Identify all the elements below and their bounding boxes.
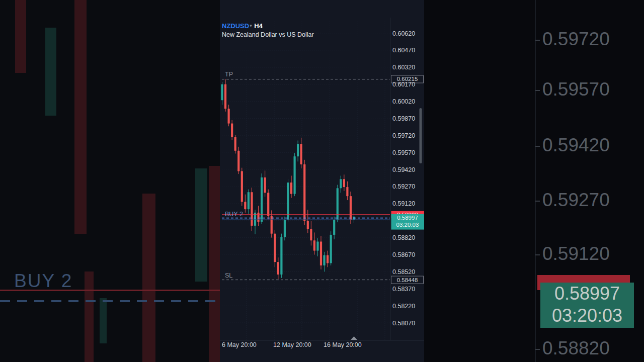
candle [251,192,253,226]
candle [257,213,259,222]
price-tick: 0.60020 [392,98,415,105]
candle [241,171,243,202]
candle [237,151,239,171]
price-tick: 0.60470 [392,47,415,54]
price-tick: 0.59870 [392,115,415,122]
candle [290,183,292,194]
current-price-badge: 0.5899703:20:03 [391,214,425,230]
candle [234,137,236,151]
candle [248,192,250,209]
candle [303,164,305,221]
candle [267,193,269,216]
candle [346,187,348,196]
price-tick: 0.58520 [392,268,415,276]
price-tick: 0.58220 [392,303,415,310]
candle [244,202,246,209]
candle [274,234,276,262]
price-tick: 0.59120 [392,200,415,207]
candle [323,255,325,265]
candle [320,241,322,265]
timeframe-label[interactable]: H4 [254,22,263,30]
candle [297,144,299,156]
candle [231,124,233,137]
candle [221,84,223,101]
candle [261,177,263,222]
price-tick: 0.60170 [392,81,415,88]
screen: BUY 2 0.597200.595700.594200.592700.5912… [0,0,644,362]
price-tick: 0.58370 [392,286,415,293]
price-tick: 0.58070 [392,320,415,327]
svg-text:TP: TP [225,71,233,78]
candle [343,179,345,187]
time-tick: 16 May 20:00 [324,341,362,348]
candle [307,221,309,229]
time-tick: 12 May 20:00 [273,341,311,348]
candle [330,235,332,263]
symbol-dropdown-icon[interactable]: ▾ [249,23,253,28]
candle [284,220,286,237]
symbol-name[interactable]: NZDUSD [222,22,249,30]
price-tick: 0.59570 [392,149,415,156]
price-tick: 0.60620 [392,30,415,37]
candle [280,237,282,275]
candle [264,177,266,193]
candle [224,84,226,109]
svg-text:SL: SL [225,272,232,279]
price-tick: 0.60320 [392,64,415,71]
candle [340,179,342,188]
price-tick: 0.58670 [392,251,415,258]
candle [294,156,296,194]
candle [300,144,302,164]
symbol-description: New Zealand Dollar vs US Dollar [222,31,314,39]
candle [337,188,339,220]
bar-countdown: 03:20:03 [396,222,419,228]
candle [316,241,318,250]
price-chart[interactable]: TP0.60215SL0.58448BUY 20.606200.604700.6… [0,0,644,362]
chart-legend[interactable]: NZDUSD▾ H4 New Zealand Dollar vs US Doll… [222,22,314,39]
svg-text:0.58448: 0.58448 [397,277,418,283]
candle [313,240,315,250]
time-tick: 6 May 20:00 [222,341,257,348]
price-tick: 0.58820 [392,234,415,241]
price-tick: 0.59420 [392,166,415,173]
price-tick: 0.59720 [392,132,415,139]
svg-text:BUY 2: BUY 2 [225,211,243,218]
candle [333,220,335,235]
candle [310,229,312,241]
candle [327,255,329,263]
current-price-value: 0.58997 [397,215,418,221]
price-tick: 0.59270 [392,183,415,190]
candle [228,109,230,123]
time-axis[interactable]: 6 May 20:0012 May 20:0016 May 20:00 [222,341,362,348]
candle [277,262,279,275]
axis-scrollbar[interactable] [420,108,422,163]
candle [350,196,352,220]
candle [271,216,273,234]
